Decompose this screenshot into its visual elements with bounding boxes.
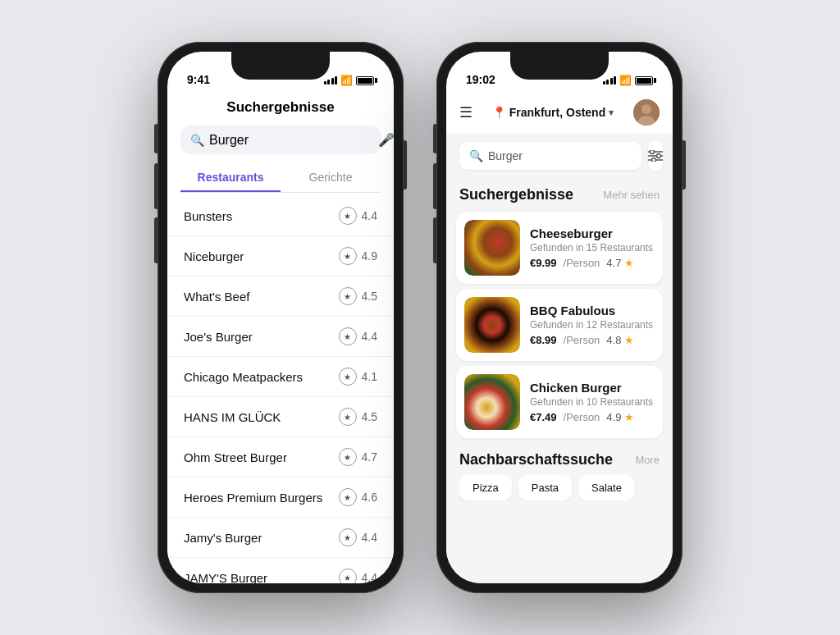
volume-down-button <box>154 217 158 263</box>
phone1-content: Suchergebnisse 🔍 🎤 Restaurants Gerichte … <box>167 93 394 583</box>
location-text: Frankfurt, Ostend <box>509 106 605 119</box>
dish-price: €8.99 <box>530 334 557 346</box>
category-chip[interactable]: Pizza <box>459 475 512 500</box>
dish-per-person: /Person <box>564 257 600 269</box>
location-pin-icon: 📍 <box>492 106 506 119</box>
rating-star-icon: ★ <box>339 368 357 386</box>
restaurant-rating: ★ 4.7 <box>339 448 377 466</box>
dish-name: Cheeseburger <box>530 226 655 240</box>
tab-gerichte[interactable]: Gerichte <box>281 164 381 192</box>
list-item[interactable]: Niceburger ★ 4.9 <box>167 236 394 276</box>
dish-meta: €9.99 /Person 4.7 ★ <box>530 257 655 269</box>
phone2-content: ☰ 📍 Frankfurt, Ostend ▾ 🔍 <box>446 93 673 583</box>
category-chip[interactable]: Salate <box>578 475 635 500</box>
mic-icon[interactable]: 🎤 <box>378 132 394 148</box>
dish-info: Cheeseburger Gefunden in 15 Restaurants … <box>530 226 655 269</box>
dish-found: Gefunden in 12 Restaurants <box>530 319 655 331</box>
dish-card[interactable]: Chicken Burger Gefunden in 10 Restaurant… <box>456 366 663 438</box>
dish-per-person: /Person <box>564 411 600 423</box>
dish-card[interactable]: BBQ Fabulous Gefunden in 12 Restaurants … <box>456 289 663 361</box>
rating-value: 4.4 <box>362 571 377 583</box>
dish-image <box>464 374 520 430</box>
rating-value: 4.6 <box>362 491 377 504</box>
dish-card[interactable]: Cheeseburger Gefunden in 15 Restaurants … <box>456 212 663 284</box>
top-nav: ☰ 📍 Frankfurt, Ostend ▾ <box>446 93 673 134</box>
list-item[interactable]: Jamy's Burger ★ 4.4 <box>167 518 394 558</box>
phone-screen: 9:41 📶 Suchergebnisse 🔍 🎤 <box>167 52 394 583</box>
phone-1: 9:41 📶 Suchergebnisse 🔍 🎤 <box>158 42 404 593</box>
list-item[interactable]: Heroes Premium Burgers ★ 4.6 <box>167 477 394 518</box>
rating-value: 4.7 <box>362 450 377 464</box>
list-item[interactable]: HANS IM GLÜCK ★ 4.5 <box>167 397 394 437</box>
rating-star-icon: ★ <box>339 488 357 506</box>
restaurant-name: Chicago Meatpackers <box>184 370 303 384</box>
power-button-2 <box>682 140 686 190</box>
dish-image <box>464 220 520 276</box>
filter-icon <box>648 150 663 162</box>
search-input-area[interactable]: 🔍 <box>459 142 641 170</box>
dish-per-person: /Person <box>564 334 600 346</box>
notch-2 <box>510 52 609 80</box>
restaurant-rating: ★ 4.5 <box>339 287 377 305</box>
mehr-sehen-link[interactable]: Mehr sehen <box>603 189 660 201</box>
dish-found: Gefunden in 15 Restaurants <box>530 242 655 254</box>
star-icon: ★ <box>624 257 634 269</box>
power-button <box>404 140 407 190</box>
dish-name: Chicken Burger <box>530 381 655 395</box>
restaurant-rating: ★ 4.9 <box>339 247 377 265</box>
list-item[interactable]: JAMY'S Burger ★ 4.4 <box>167 558 394 583</box>
volume-up-button <box>154 163 158 209</box>
status-icons-2: 📶 <box>603 75 654 86</box>
signal-icon <box>324 76 338 85</box>
status-time: 9:41 <box>187 73 210 86</box>
list-item[interactable]: Ohm Street Burger ★ 4.7 <box>167 437 394 477</box>
rating-value: 4.9 <box>362 249 377 263</box>
restaurant-name: Jamy's Burger <box>184 531 262 545</box>
rating-value: 4.5 <box>362 290 377 303</box>
rating-star-icon: ★ <box>339 247 357 265</box>
restaurant-name: HANS IM GLÜCK <box>184 410 281 424</box>
phone-2: 19:02 📶 ☰ 📍 Frankfurt, <box>436 42 682 593</box>
restaurant-rating: ★ 4.4 <box>339 327 377 345</box>
dish-price: €7.49 <box>530 411 557 423</box>
search-input[interactable] <box>209 133 373 148</box>
tab-restaurants[interactable]: Restaurants <box>180 164 281 192</box>
svg-point-8 <box>652 158 656 162</box>
neighbor-more-link[interactable]: More <box>635 454 660 466</box>
dish-info: BBQ Fabulous Gefunden in 12 Restaurants … <box>530 304 655 346</box>
battery-icon <box>356 76 374 85</box>
wifi-icon-2: 📶 <box>619 75 632 86</box>
search-bar[interactable]: 🔍 🎤 <box>180 126 381 154</box>
list-item[interactable]: What's Beef ★ 4.5 <box>167 276 394 317</box>
silent-button <box>154 124 158 153</box>
wifi-icon: 📶 <box>340 75 353 86</box>
dish-name: BBQ Fabulous <box>530 304 655 318</box>
list-item[interactable]: Bunsters ★ 4.4 <box>167 196 394 236</box>
restaurant-name: What's Beef <box>184 290 249 304</box>
search-bar-2: 🔍 <box>446 134 673 178</box>
restaurant-rating: ★ 4.6 <box>339 488 377 506</box>
location-area[interactable]: 📍 Frankfurt, Ostend ▾ <box>492 106 614 119</box>
rating-star-icon: ★ <box>339 528 357 546</box>
dish-thumbnail <box>464 374 520 430</box>
list-item[interactable]: Joe's Burger ★ 4.4 <box>167 317 394 357</box>
restaurant-rating: ★ 4.1 <box>339 368 377 386</box>
results-section-header: Suchergebnisse Mehr sehen <box>446 178 673 208</box>
dish-rating: 4.8 ★ <box>606 334 634 346</box>
avatar[interactable] <box>633 99 660 126</box>
rating-value: 4.4 <box>362 531 377 544</box>
restaurant-rating: ★ 4.5 <box>339 408 377 426</box>
status-time-2: 19:02 <box>466 73 495 86</box>
filter-button[interactable] <box>648 140 663 171</box>
dish-thumbnail <box>464 220 520 276</box>
status-icons: 📶 <box>324 75 375 86</box>
list-item[interactable]: Chicago Meatpackers ★ 4.1 <box>167 357 394 397</box>
menu-icon[interactable]: ☰ <box>459 103 472 121</box>
category-chip[interactable]: Pasta <box>518 475 572 500</box>
restaurant-name: JAMY'S Burger <box>184 571 267 584</box>
dish-meta: €7.49 /Person 4.9 ★ <box>530 411 655 423</box>
rating-value: 4.4 <box>362 209 377 222</box>
rating-star-icon: ★ <box>339 287 357 305</box>
search-field-2[interactable] <box>488 149 632 162</box>
category-chips: PizzaPastaSalate <box>459 475 660 500</box>
